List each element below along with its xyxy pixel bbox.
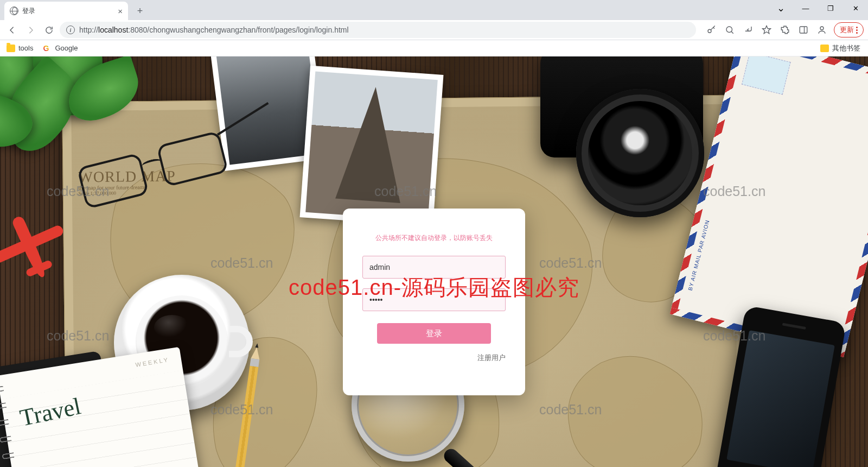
window-maximize-icon[interactable]: ❐ xyxy=(818,0,843,16)
bookmark-star-icon[interactable] xyxy=(758,21,775,39)
svg-point-6 xyxy=(820,27,824,30)
nav-reload-button[interactable] xyxy=(41,22,56,37)
address-bar[interactable]: i http://localhost:8080/chongwushangchen… xyxy=(60,22,696,38)
extensions-icon[interactable] xyxy=(776,21,794,39)
share-icon[interactable] xyxy=(739,21,757,39)
new-tab-button[interactable]: + xyxy=(132,3,148,18)
tab-close-icon[interactable]: × xyxy=(118,7,123,16)
login-card: 公共场所不建议自动登录，以防账号丢失 登录 注册用户 xyxy=(343,209,525,395)
bookmark-tools[interactable]: tools xyxy=(7,44,33,52)
google-icon xyxy=(43,44,52,53)
browser-titlebar: 登录 × + ⌄ — ❐ ✕ xyxy=(0,0,868,20)
browser-tab-active[interactable]: 登录 × xyxy=(4,2,128,20)
folder-icon xyxy=(820,45,829,52)
login-warning: 公共场所不建议自动登录，以防账号丢失 xyxy=(362,234,506,243)
photo-eiffel xyxy=(300,66,444,226)
site-info-icon[interactable]: i xyxy=(66,26,75,34)
svg-rect-4 xyxy=(800,27,807,33)
login-button[interactable]: 登录 xyxy=(377,323,491,344)
nav-forward-button[interactable] xyxy=(23,22,38,37)
menu-dots-icon xyxy=(856,27,858,34)
bookmark-other[interactable]: 其他书签 xyxy=(820,43,860,53)
svg-point-1 xyxy=(726,27,732,33)
notebook-word: Travel xyxy=(17,392,83,432)
camera-prop xyxy=(524,56,724,243)
profile-avatar-icon[interactable] xyxy=(813,21,831,39)
password-key-icon[interactable] xyxy=(703,21,720,39)
svg-line-2 xyxy=(731,31,733,34)
url-text: http://localhost:8080/chongwushangchengw… xyxy=(79,26,349,34)
stamp-icon xyxy=(742,56,791,95)
zoom-icon[interactable] xyxy=(721,21,738,39)
airmail-label: BY AIR MAIL PAR AVION xyxy=(687,219,711,292)
svg-marker-3 xyxy=(763,26,771,34)
update-label: 更新 xyxy=(840,25,854,35)
window-minimize-icon[interactable]: — xyxy=(793,0,818,16)
password-input[interactable] xyxy=(362,288,506,311)
page-viewport: WORLD MAP the map for your future dreams… xyxy=(0,56,868,467)
update-button[interactable]: 更新 xyxy=(834,22,864,37)
tab-title: 登录 xyxy=(22,7,114,16)
window-dropdown-icon[interactable]: ⌄ xyxy=(768,0,793,16)
bookmark-google[interactable]: Google xyxy=(43,44,78,53)
notebook-heading: WEEKLY xyxy=(135,356,170,368)
browser-toolbar: i http://localhost:8080/chongwushangchen… xyxy=(0,20,868,40)
username-input[interactable] xyxy=(362,256,506,279)
sidepanel-icon[interactable] xyxy=(795,21,812,39)
window-close-icon[interactable]: ✕ xyxy=(843,0,868,16)
folder-icon xyxy=(7,45,15,52)
nav-back-button[interactable] xyxy=(4,22,20,37)
globe-icon xyxy=(10,7,18,15)
window-controls: ⌄ — ❐ ✕ xyxy=(768,0,868,16)
bookmarks-bar: tools Google 其他书签 xyxy=(0,40,868,56)
register-link[interactable]: 注册用户 xyxy=(477,354,506,362)
